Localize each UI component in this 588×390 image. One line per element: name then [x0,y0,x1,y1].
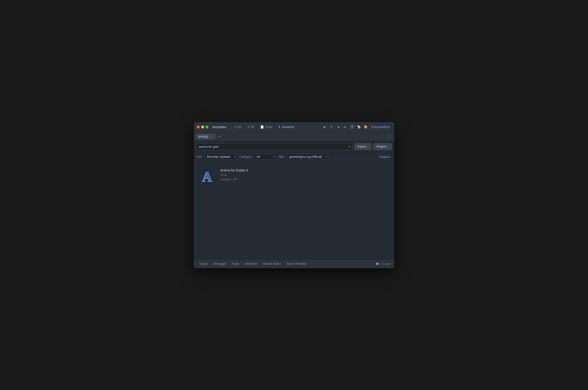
search-clear-button[interactable]: × [348,145,350,148]
result-license: MIT [233,178,238,181]
result-thumbnail: A A [201,168,216,184]
pause-button[interactable]: ⏸ [328,124,334,130]
bottom-tab-search-results[interactable]: Search Results [284,261,309,266]
compatibility-dropdown[interactable]: Compatibility ▾ [369,125,391,129]
2d-icon: ↺ [234,125,236,129]
script-icon: 📄 [260,125,264,129]
sort-select[interactable]: Recently Updated Most Downloaded Highest… [205,154,237,160]
minimize-button[interactable] [201,126,204,128]
play-button[interactable]: ▶ [322,124,327,130]
results-area: A A Anima for Godot 4 Tools ceceppa MIT [194,161,394,259]
filterbar: Sort: Recently Updated Most Downloaded H… [194,152,394,161]
sort-select-wrap: Recently Updated Most Downloaded Highest… [205,154,237,160]
traffic-lights [197,126,208,128]
bottom-tab-audio[interactable]: Audio [229,261,242,266]
search-input[interactable] [196,143,353,150]
maximize-button[interactable] [205,126,208,128]
nav-script-button[interactable]: 📄 Script [258,125,274,129]
playback-controls: ▶ ⏸ ■ ⏭ 🎬 📡 🎨 Compatibility ▾ [322,124,391,130]
version-info: 4.3.stable [376,262,391,265]
category-select[interactable]: All 2D Assets 3D Assets Tools Scripts Sh… [254,154,276,160]
search-input-wrap: × [196,143,353,150]
sort-label: Sort: [196,155,202,158]
active-tab[interactable]: [empty] × [196,134,216,139]
site-select-wrap: godotengine.org (Official) Custom... ▾ [287,154,328,160]
tabbar: [empty] × + ⛶ [194,132,394,141]
bottom-tab-shader-editor[interactable]: Shader Editor [261,261,283,266]
result-category: Tools [220,173,248,177]
searchbar: × Import... Plugins... [194,141,394,152]
svg-text:A: A [202,169,212,184]
godot-dot-icon [376,262,379,265]
bottom-tab-debugger[interactable]: Debugger [211,261,229,266]
movie-button[interactable]: 🎬 [349,124,355,130]
fullscreen-button[interactable]: ⛶ [387,134,392,140]
tab-close-button[interactable]: × [209,135,213,138]
bottom-tab-animation[interactable]: Animation [242,261,260,266]
nav-2d-button[interactable]: ↺ 2D [232,125,243,129]
import-button[interactable]: Import... [354,143,371,150]
category-select-wrap: All 2D Assets 3D Assets Tools Scripts Sh… [254,154,276,160]
result-item[interactable]: A A Anima for Godot 4 Tools ceceppa MIT [198,165,390,187]
result-title: Anima for Godot 4 [220,168,248,172]
stop-button[interactable]: ■ [335,124,341,130]
3d-icon: ↺ [247,125,249,129]
bottombar: Output Debugger Audio Animation Shader E… [194,259,394,268]
nav-assetlib-button[interactable]: ⬇ AssetLib [276,125,296,129]
step-button[interactable]: ⏭ [342,124,348,130]
add-tab-button[interactable]: + [217,134,222,140]
remote-button[interactable]: 📡 [356,124,362,130]
category-label: Category: [239,155,252,158]
chevron-down-icon: ▾ [388,125,390,129]
site-label: Site: [279,155,284,158]
renderer-button[interactable]: 🎨 [363,124,369,130]
result-meta: ceceppa MIT [220,178,248,181]
nav-3d-button[interactable]: ↺ 3D [245,125,256,129]
plugins-button[interactable]: Plugins... [373,143,392,150]
titlebar: MorphMix ↺ 2D ↺ 3D 📄 Script ⬇ AssetLib ▶… [194,122,394,132]
assetlib-icon: ⬇ [278,125,280,129]
close-button[interactable] [197,126,200,128]
bottom-tab-output[interactable]: Output [197,261,210,266]
result-author: ceceppa [220,178,231,181]
site-select[interactable]: godotengine.org (Official) Custom... [287,154,328,160]
app-title: MorphMix [212,125,226,129]
support-button[interactable]: Support [378,154,392,159]
result-info: Anima for Godot 4 Tools ceceppa MIT [220,168,248,181]
main-window: MorphMix ↺ 2D ↺ 3D 📄 Script ⬇ AssetLib ▶… [194,122,394,268]
